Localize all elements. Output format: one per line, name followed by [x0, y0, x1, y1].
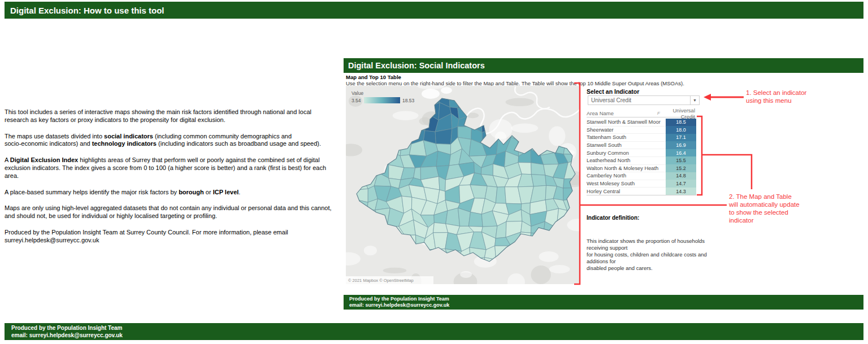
sort-icon[interactable]: F: [657, 111, 660, 116]
dashboard: Digital Exclusion: How to use this tool …: [0, 0, 868, 344]
panel-subtitle-heading: Map and Top 10 Table: [346, 74, 401, 80]
table-cell-area[interactable]: Sunbury Common: [587, 150, 666, 156]
indicator-selector-label: Select an Indicator: [587, 88, 639, 95]
table-bottom-rule: [587, 195, 696, 195]
table-cell-area[interactable]: Stanwell North & Stanwell Moor: [587, 119, 666, 125]
chevron-down-icon[interactable]: ▼: [690, 96, 699, 104]
panel-title-bar: Digital Exclusion: Social Indicators: [344, 58, 863, 73]
table-row[interactable]: Stanwell North & Stanwell Moor18.5: [587, 119, 696, 127]
panel-footer-line2: email: surreyi.helpdesk@surreycc.gov.uk: [349, 302, 863, 308]
table-cell-value[interactable]: 14.8: [666, 172, 696, 180]
basemap-patch: [441, 87, 452, 94]
table-bracket: [697, 116, 702, 195]
table-cell-value[interactable]: 18.0: [666, 126, 696, 134]
legend-min-value: 3.54: [351, 98, 361, 103]
table-row[interactable]: Sheerwater18.0: [587, 127, 696, 134]
page-footer-line1: Produced by the Population Insight Team: [11, 325, 863, 332]
table-row[interactable]: Walton North & Molesey Heath15.2: [587, 165, 696, 173]
column-header-value[interactable]: Universal Credit: [666, 107, 696, 120]
table-cell-value[interactable]: 14.3: [666, 188, 696, 195]
map-attribution[interactable]: © 2021 Mapbox © OpenStreetMap: [346, 276, 433, 284]
page-footer-bar: Produced by the Population Insight Team …: [5, 323, 863, 340]
table-cell-value[interactable]: 16.4: [666, 149, 696, 157]
surrey-map[interactable]: Value 3.54 18.53 © 2021 Mapbox © OpenStr…: [346, 86, 580, 284]
intro-paragraphs: This tool includes a series of interacti…: [5, 108, 344, 253]
table-cell-value[interactable]: 15.5: [666, 156, 696, 164]
table-cell-area[interactable]: Tattenham South: [587, 134, 666, 140]
table-cell-value[interactable]: 15.2: [666, 164, 696, 172]
table-cell-value[interactable]: 18.5: [666, 119, 696, 127]
table-row[interactable]: West Molesey South14.7: [587, 180, 696, 188]
indicator-dropdown[interactable]: Universal Credit ▼: [588, 95, 700, 105]
annotation-arrow-head: [704, 94, 711, 101]
table-cell-area[interactable]: Leatherhead North: [587, 158, 666, 163]
page-title: Digital Exclusion: How to use this tool: [10, 6, 164, 15]
panel-title: Digital Exclusion: Social Indicators: [348, 61, 485, 70]
annotation-1-text: 1. Select an indicator using this menu: [746, 89, 848, 104]
panel-footer-bar: Produced by the Population Insight Team …: [344, 295, 863, 310]
indicator-dropdown-value[interactable]: Universal Credit: [588, 97, 690, 103]
legend-max-value: 18.53: [402, 98, 415, 103]
table-cell-value[interactable]: 14.7: [666, 180, 696, 188]
column-header-area[interactable]: Area Name: [587, 110, 657, 116]
table-cell-area[interactable]: Camberley North: [587, 173, 666, 178]
legend-gradient: [364, 97, 400, 103]
page-footer-line2: email: surreyi.helpdesk@surreycc.gov.uk: [11, 332, 863, 339]
annotation-2-text: 2. The Map and Table will automatically …: [729, 193, 831, 224]
indicator-definition-label: Indicator definition:: [587, 215, 639, 221]
legend-title: Value: [351, 90, 363, 96]
basemap-patch: [422, 89, 440, 99]
table-row[interactable]: Stanwell South16.9: [587, 142, 696, 150]
table-row[interactable]: Leatherhead North15.5: [587, 157, 696, 165]
panel-footer-line1: Produced by the Population Insight Team: [349, 296, 863, 302]
indicator-definition-text: This indicator shows the proportion of h…: [587, 238, 727, 272]
attribution-text: © 2021 Mapbox © OpenStreetMap: [348, 278, 414, 283]
table-cell-value[interactable]: 16.9: [666, 141, 696, 149]
top-title-bar: Digital Exclusion: How to use this tool: [5, 2, 863, 19]
table-cell-area[interactable]: Sheerwater: [587, 127, 666, 133]
table-bracket-connector: [702, 155, 752, 189]
table-row[interactable]: Tattenham South17.1: [587, 134, 696, 142]
table-row[interactable]: Horley Central14.3: [587, 188, 696, 195]
table-cell-value[interactable]: 17.1: [666, 134, 696, 142]
table-cell-area[interactable]: Horley Central: [587, 189, 666, 194]
table-cell-area[interactable]: Walton North & Molesey Heath: [587, 166, 666, 171]
table-row[interactable]: Camberley North14.8: [587, 172, 696, 180]
table-row[interactable]: Sunbury Common16.4: [587, 149, 696, 157]
top10-table-header[interactable]: Area Name F Universal Credit: [587, 111, 696, 117]
top10-table-body: Stanwell North & Stanwell Moor18.5Sheerw…: [587, 119, 696, 195]
table-cell-area[interactable]: Stanwell South: [587, 142, 666, 148]
table-cell-area[interactable]: West Molesey South: [587, 181, 666, 186]
